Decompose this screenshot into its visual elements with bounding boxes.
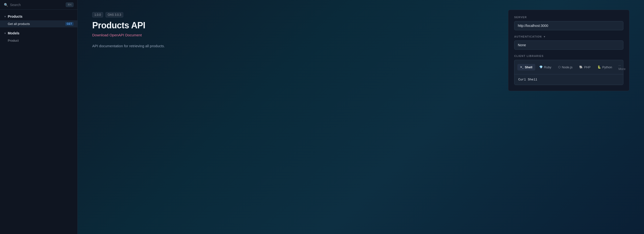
php-icon: 🐘 — [579, 65, 583, 69]
lib-tab-ruby-label: Ruby — [544, 65, 551, 69]
sidebar-item-product-label: Product — [8, 39, 19, 42]
server-label: SERVER — [514, 16, 623, 19]
search-shortcut: ⌘K — [66, 2, 74, 7]
lib-tab-php-label: PHP — [584, 65, 590, 69]
sidebar-item-label: Get all products — [8, 22, 30, 26]
search-placeholder: Search — [10, 3, 21, 7]
server-input[interactable] — [514, 21, 623, 30]
ruby-icon: 💎 — [539, 65, 543, 69]
api-meta: 1.0.0 OAS 3.0.3 — [92, 12, 296, 17]
search-bar[interactable]: 🔍 Search ⌘K — [0, 0, 78, 10]
server-panel: SERVER AUTHENTICATION ▼ None CLIENT LIBR… — [508, 10, 630, 91]
chevron-down-icon-models: ▼ — [4, 32, 6, 35]
sidebar-item-product[interactable]: Product — [0, 37, 78, 44]
sidebar-group-models[interactable]: ▼ Models — [0, 29, 78, 37]
chevron-down-icon: ▼ — [4, 15, 6, 18]
lib-tab-php[interactable]: 🐘 PHP — [576, 64, 594, 71]
download-link[interactable]: Download OpenAPI Document — [92, 33, 142, 37]
sidebar-item-get-all-products[interactable]: Get all products GET — [0, 20, 78, 27]
lib-tab-python-label: Python — [602, 65, 612, 69]
code-snippet: Curl Shell — [518, 78, 537, 81]
api-title: Products API — [92, 20, 296, 30]
sidebar-section-models: ▼ Models Product — [0, 29, 78, 44]
lib-tab-python[interactable]: 🐍 Python — [594, 64, 615, 71]
lib-tab-ruby[interactable]: 💎 Ruby — [536, 64, 554, 71]
client-libs-tabs: >_ Shell 💎 Ruby ⬡ Node.js 🐘 PHP 🐍 P — [514, 60, 623, 74]
python-icon: 🐍 — [598, 65, 601, 69]
sidebar-group-products-label: Products — [8, 14, 22, 18]
chevron-down-icon-auth: ▼ — [543, 35, 546, 38]
version-badge: 1.0.0 — [92, 12, 103, 17]
sidebar-nav: ▼ Products Get all products GET ▼ Models… — [0, 10, 78, 49]
lib-tab-shell[interactable]: >_ Shell — [517, 64, 535, 71]
sidebar: 🔍 Search ⌘K ▼ Products Get all products … — [0, 0, 78, 234]
nodejs-icon: ⬡ — [558, 65, 560, 69]
shell-icon: >_ — [520, 65, 524, 69]
oas-badge: OAS 3.0.3 — [106, 12, 123, 17]
get-badge: GET — [65, 22, 74, 26]
lib-tab-nodejs[interactable]: ⬡ Node.js — [555, 64, 575, 71]
lib-tab-shell-label: Shell — [525, 65, 532, 69]
main-content: 1.0.0 OAS 3.0.3 Products API Download Op… — [78, 0, 644, 234]
auth-header[interactable]: AUTHENTICATION ▼ — [514, 35, 623, 38]
auth-label: AUTHENTICATION — [514, 35, 542, 38]
code-preview: Curl Shell — [514, 74, 623, 85]
sidebar-group-products[interactable]: ▼ Products — [0, 12, 78, 20]
client-libs-label: CLIENT LIBRARIES — [514, 54, 623, 57]
search-icon: 🔍 — [4, 3, 8, 7]
auth-value: None — [514, 40, 623, 50]
api-description: API documentation for retrieving all pro… — [92, 44, 228, 48]
sidebar-group-models-label: Models — [8, 31, 20, 35]
more-tab[interactable]: ··· More — [616, 62, 628, 72]
lib-tab-nodejs-label: Node.js — [562, 65, 572, 69]
sidebar-section-products: ▼ Products Get all products GET — [0, 12, 78, 27]
